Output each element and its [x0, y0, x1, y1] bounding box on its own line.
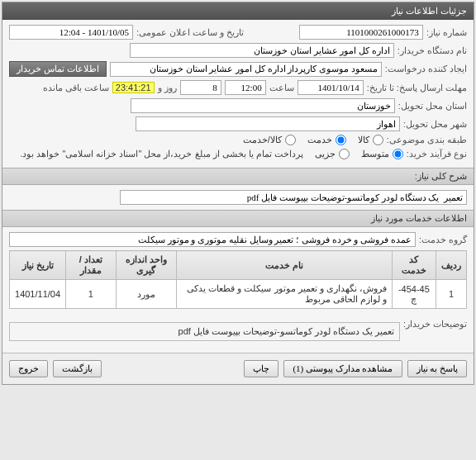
class-both-label: کالا/خدمت	[243, 135, 282, 145]
purchase-minor-radio[interactable]	[339, 149, 350, 159]
th-code: کد خدمت	[392, 251, 436, 280]
deadline-hour-field[interactable]	[225, 80, 266, 95]
remaining-label: ساعت باقی مانده	[43, 83, 109, 93]
back-button[interactable]: بازگشت	[53, 360, 102, 377]
need-number-label: شماره نیاز:	[426, 27, 467, 38]
city-field[interactable]	[136, 116, 400, 131]
cell-name: فروش، نگهداری و تعمیر موتور سیکلت و قطعا…	[176, 280, 392, 309]
class-goods-radio[interactable]	[373, 135, 383, 145]
province-label: استان محل تحویل:	[398, 101, 467, 111]
creator-label: ایجاد کننده درخواست:	[385, 64, 467, 74]
th-qty: تعداد / مقدار	[66, 251, 116, 280]
attachments-button[interactable]: مشاهده مدارک پیوستی (1)	[283, 360, 402, 377]
services-header: اطلاعات خدمات مورد نیاز	[2, 210, 474, 227]
creator-field[interactable]	[110, 62, 382, 77]
th-idx: ردیف	[436, 251, 467, 280]
th-name: نام خدمت	[176, 251, 392, 280]
group-field[interactable]	[9, 232, 416, 247]
class-service-label: خدمت	[307, 135, 332, 145]
need-desc-label: شرح کلی نیاز:	[2, 168, 474, 185]
public-announce-field[interactable]	[9, 25, 133, 40]
class-label: طبقه بندی موضوعی:	[387, 135, 467, 145]
buyer-note-label: توضیحات خریدار:	[403, 319, 467, 330]
city-label: شهر محل تحویل:	[403, 119, 467, 130]
contact-info-button[interactable]: اطلاعات تماس خریدار	[9, 61, 107, 77]
cell-qty: 1	[66, 280, 116, 309]
th-unit: واحد اندازه گیری	[116, 251, 176, 280]
need-number-field[interactable]	[299, 25, 423, 40]
days-field[interactable]	[180, 80, 221, 95]
button-bar: پاسخ به نیاز مشاهده مدارک پیوستی (1) چاپ…	[2, 353, 474, 384]
panel-title: جزئیات اطلاعات نیاز	[2, 2, 474, 20]
cell-unit: مورد	[116, 280, 176, 309]
deadline-date-field[interactable]	[298, 80, 364, 95]
cell-idx: 1	[436, 280, 467, 309]
public-announce-label: تاریخ و ساعت اعلان عمومی:	[136, 27, 244, 38]
payment-note: پرداخت تمام یا بخشی از مبلغ خرید،از محل …	[20, 149, 303, 159]
print-button[interactable]: چاپ	[244, 360, 278, 377]
class-goods-label: کالا	[358, 135, 369, 145]
table-header-row: ردیف کد خدمت نام خدمت واحد اندازه گیری ت…	[10, 251, 467, 280]
th-date: تاریخ نیاز	[10, 251, 66, 280]
buyer-label: نام دستگاه خریدار:	[397, 45, 467, 56]
group-label: گروه خدمت:	[419, 235, 467, 245]
services-table: ردیف کد خدمت نام خدمت واحد اندازه گیری ت…	[9, 250, 467, 309]
deadline-hour-label: ساعت	[269, 83, 294, 93]
exit-button[interactable]: خروج	[9, 360, 48, 377]
buyer-note-value: تعمیر یک دستگاه لودر کوماتسو-توضیحات بپی…	[178, 326, 394, 336]
table-row[interactable]: 1 454-45-چ فروش، نگهداری و تعمیر موتور س…	[10, 280, 467, 309]
purchase-type-label: نوع فرآیند خرید:	[407, 149, 467, 159]
need-desc-field[interactable]	[120, 190, 467, 205]
purchase-medium-label: متوسط	[361, 149, 389, 159]
need-details-panel: جزئیات اطلاعات نیاز شماره نیاز: تاریخ و …	[2, 2, 474, 385]
cell-code: 454-45-چ	[392, 280, 436, 309]
province-field[interactable]	[131, 98, 395, 113]
cell-date: 1401/11/04	[10, 280, 66, 309]
class-both-radio[interactable]	[285, 135, 296, 145]
deadline-label: مهلت ارسال پاسخ: تا تاریخ:	[367, 83, 467, 93]
class-service-radio[interactable]	[336, 135, 346, 145]
purchase-medium-radio[interactable]	[393, 149, 403, 159]
purchase-minor-label: جزیی	[315, 149, 336, 159]
form-area: شماره نیاز: تاریخ و ساعت اعلان عمومی: نا…	[2, 20, 474, 168]
buyer-field[interactable]	[130, 43, 394, 58]
remaining-hours: 23:41:21	[112, 82, 155, 93]
days-label: روز و	[158, 83, 177, 93]
reply-button[interactable]: پاسخ به نیاز	[407, 360, 468, 377]
